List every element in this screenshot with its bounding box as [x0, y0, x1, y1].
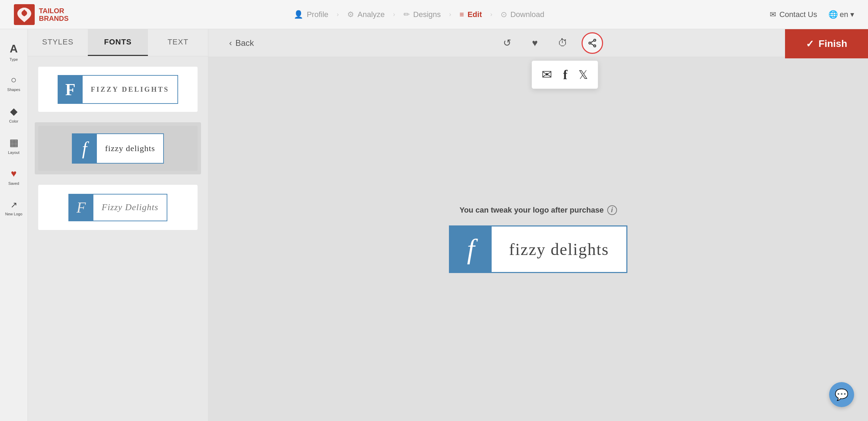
sidebar-item-new-logo[interactable]: ↗ New Logo: [0, 192, 28, 224]
contact-us-link[interactable]: ✉ Contact Us: [770, 10, 817, 19]
main-logo-name: fizzy delights: [509, 240, 609, 259]
chevron-1: ›: [337, 11, 339, 18]
logo-name-box-2: fizzy delights: [97, 134, 164, 163]
share-button[interactable]: [582, 32, 603, 54]
profile-icon: 👤: [294, 10, 303, 19]
nav-step-edit[interactable]: ≡ Edit: [453, 10, 489, 19]
back-arrow-icon: ‹: [229, 38, 232, 48]
brand-logo[interactable]: TAILORBRANDS: [14, 4, 69, 25]
saved-icon: ♥: [11, 168, 17, 179]
layout-label: Layout: [8, 150, 19, 155]
edit-icon: ≡: [460, 10, 464, 19]
main-logo-letter-box: f: [450, 226, 492, 272]
main-layout: A Type ○ Shapes ◆ Color ▦ Layout ♥ Saved…: [0, 29, 868, 421]
nav-step-analyze[interactable]: ⚙ Analyze: [340, 10, 392, 19]
finish-button[interactable]: ✓ Finish: [785, 29, 868, 58]
designs-icon: ✏: [403, 10, 410, 19]
brand-name: TAILORBRANDS: [39, 7, 69, 22]
share-icon: [587, 38, 597, 48]
logo-letter-3: F: [76, 199, 86, 216]
nav-step-designs[interactable]: ✏ Designs: [397, 10, 448, 19]
logo-preview-3: F Fizzy Delights: [38, 185, 198, 230]
layout-icon: ▦: [9, 137, 18, 148]
logo-preview-1: F FIZZY DELIGHTS: [38, 67, 198, 112]
sidebar-item-color[interactable]: ◆ Color: [0, 99, 28, 130]
back-button[interactable]: ‹ Back: [229, 38, 254, 48]
nav-step-download[interactable]: ⊙ Download: [494, 10, 551, 19]
chevron-3: ›: [449, 11, 451, 18]
color-icon: ◆: [10, 106, 18, 117]
logo-name-1: FIZZY DELIGHTS: [91, 85, 169, 93]
sidebar-icons: A Type ○ Shapes ◆ Color ▦ Layout ♥ Saved…: [0, 29, 28, 421]
undo-button[interactable]: ↺: [498, 34, 516, 52]
brand-icon: [14, 4, 35, 25]
tab-fonts[interactable]: FONTS: [88, 29, 148, 56]
analyze-icon: ⚙: [347, 10, 354, 19]
main-logo-letter: f: [467, 233, 475, 265]
tab-text[interactable]: TEXT: [148, 29, 208, 56]
nav-right: ✉ Contact Us 🌐 en ▾: [770, 10, 854, 19]
chat-icon: 💬: [835, 388, 849, 401]
share-email-button[interactable]: ✉: [542, 67, 552, 82]
history-button[interactable]: ⏱: [554, 34, 572, 52]
info-icon[interactable]: i: [607, 205, 617, 215]
share-popup: ✉ f 𝕏: [532, 60, 598, 89]
logo-name-3: Fizzy Delights: [102, 202, 159, 213]
new-logo-icon: ↗: [10, 200, 17, 210]
nav-step-profile[interactable]: 👤 Profile: [287, 10, 335, 19]
logo-letter-box-3: F: [69, 195, 93, 221]
type-icon: A: [10, 42, 18, 55]
svg-line-4: [591, 41, 594, 42]
logo-card-3[interactable]: F Fizzy Delights: [35, 181, 201, 233]
logo-preview-2: f fizzy delights: [38, 126, 198, 171]
analyze-label: Analyze: [358, 10, 385, 19]
left-panel: STYLES FONTS TEXT F FIZZY DELIGHTS: [28, 29, 208, 421]
favorite-button[interactable]: ♥: [526, 34, 544, 52]
toolbar-actions: ↺ ♥ ⏱: [498, 32, 603, 54]
canvas-area: You can tweak your logo after purchase i…: [208, 57, 868, 421]
logo-card-2[interactable]: f fizzy delights: [35, 122, 201, 174]
chevron-2: ›: [393, 11, 395, 18]
sidebar-item-type[interactable]: A Type: [0, 36, 28, 67]
share-facebook-button[interactable]: f: [563, 67, 568, 82]
logo-letter-2: f: [82, 138, 87, 159]
share-twitter-button[interactable]: 𝕏: [578, 68, 588, 82]
logo-name-box-3: Fizzy Delights: [93, 195, 167, 221]
chevron-4: ›: [490, 11, 492, 18]
saved-label: Saved: [8, 181, 19, 185]
back-label: Back: [235, 38, 254, 48]
top-nav: TAILORBRANDS 👤 Profile › ⚙ Analyze › ✏ D…: [0, 0, 868, 29]
logo-letter-box-1: F: [58, 76, 83, 103]
shapes-label: Shapes: [7, 88, 20, 92]
edit-label: Edit: [467, 10, 482, 19]
logo-name-box-1: FIZZY DELIGHTS: [83, 76, 178, 103]
panel-tabs: STYLES FONTS TEXT: [28, 29, 208, 56]
svg-line-5: [591, 43, 594, 45]
shapes-icon: ○: [11, 74, 17, 85]
lang-label: en: [840, 10, 848, 19]
checkmark-icon: ✓: [806, 38, 814, 50]
svg-point-2: [589, 42, 591, 44]
logo-inner-3: F Fizzy Delights: [68, 194, 168, 221]
designs-label: Designs: [413, 10, 441, 19]
nav-steps: 👤 Profile › ⚙ Analyze › ✏ Designs › ≡ Ed…: [287, 10, 551, 19]
panel-content: F FIZZY DELIGHTS f: [28, 56, 208, 421]
logo-card-1[interactable]: F FIZZY DELIGHTS: [35, 63, 201, 115]
canvas-toolbar: ‹ Back ↺ ♥ ⏱ ✉: [208, 29, 868, 57]
sidebar-item-saved[interactable]: ♥ Saved: [0, 161, 28, 192]
logo-inner-2: f fizzy delights: [72, 133, 164, 164]
tweak-notice: You can tweak your logo after purchase i: [459, 205, 617, 215]
main-logo-display: f fizzy delights: [449, 225, 627, 273]
sidebar-item-layout[interactable]: ▦ Layout: [0, 130, 28, 161]
svg-point-1: [594, 39, 596, 41]
contact-us-label: Contact Us: [779, 10, 817, 19]
tab-styles[interactable]: STYLES: [28, 29, 88, 56]
chat-button[interactable]: 💬: [829, 382, 854, 407]
sidebar-item-shapes[interactable]: ○ Shapes: [0, 67, 28, 99]
language-selector[interactable]: 🌐 en ▾: [828, 10, 854, 19]
logo-letter-1: F: [65, 80, 75, 99]
logo-letter-box-2: f: [73, 134, 97, 163]
download-icon: ⊙: [501, 10, 507, 19]
chevron-down-icon: ▾: [850, 10, 854, 19]
mail-icon: ✉: [770, 10, 776, 19]
